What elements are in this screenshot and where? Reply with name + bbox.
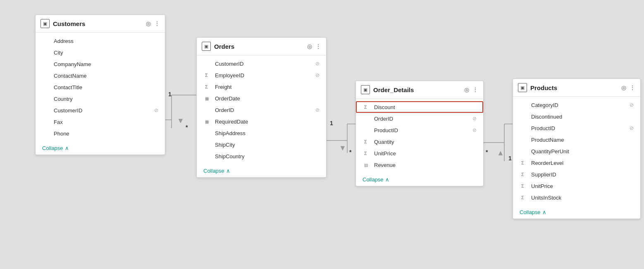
canvas: 1 ▼ * 1 ▼ * * ▲ 1 ▣ Customers ◎ ⋮ Addres…	[0, 0, 644, 269]
order-details-collapse[interactable]: Collapse ∧	[356, 173, 483, 186]
connector-arrow-3: ▲	[497, 149, 504, 157]
field-fax[interactable]: Fax	[36, 116, 165, 128]
customers-eye-icon[interactable]: ◎	[146, 20, 151, 27]
products-header-icons: ◎ ⋮	[621, 84, 635, 91]
customers-body: Address City CompanyName ContactName Con…	[36, 33, 165, 142]
order-details-header: ▣ Order_Details ◎ ⋮	[356, 81, 483, 99]
field-freight[interactable]: Σ Freight	[197, 81, 326, 93]
hide-icon-productid-od[interactable]: ⊘	[472, 127, 477, 133]
hide-icon-customerid[interactable]: ⊘	[154, 107, 158, 113]
table-orders: ▣ Orders ◎ ⋮ CustomerID ⊘ Σ EmployeeID ⊘…	[196, 37, 327, 178]
field-orderid[interactable]: OrderID ⊘	[197, 104, 326, 116]
order-details-body: Σ Discount OrderID ⊘ ProductID ⊘ Σ Quant…	[356, 99, 483, 173]
collapse-chevron-customers: ∧	[65, 145, 69, 151]
customers-title: Customers	[53, 20, 143, 27]
connector-label-star-2: *	[349, 149, 351, 155]
table-order-details: ▣ Order_Details ◎ ⋮ Σ Discount OrderID ⊘…	[355, 81, 484, 186]
order-details-table-icon: ▣	[361, 85, 370, 94]
field-orderid-od[interactable]: OrderID ⊘	[356, 113, 483, 124]
products-title: Products	[530, 84, 618, 91]
field-productid-od[interactable]: ProductID ⊘	[356, 124, 483, 136]
connector-arrow-1: ▼	[177, 117, 184, 125]
field-customerid-cust[interactable]: CustomerID ⊘	[36, 105, 165, 116]
field-shipcountry[interactable]: ShipCountry	[197, 150, 326, 162]
order-details-header-icons: ◎ ⋮	[464, 86, 478, 93]
connector-label-star-1: *	[186, 124, 188, 131]
collapse-chevron-od: ∧	[385, 176, 389, 183]
connector-label-1c: 1	[508, 155, 512, 162]
field-discount[interactable]: Σ Discount	[356, 101, 483, 113]
field-contacttitle[interactable]: ContactTitle	[36, 81, 165, 93]
field-orderdate[interactable]: ▦ OrderDate	[197, 93, 326, 104]
hide-icon-productid-prod[interactable]: ⊘	[630, 125, 634, 131]
field-city[interactable]: City	[36, 47, 165, 58]
field-revenue[interactable]: ▤ Revenue	[356, 159, 483, 171]
hide-icon-orderid-od[interactable]: ⊘	[472, 116, 477, 121]
field-unitprice-prod[interactable]: Σ UnitPrice	[513, 180, 640, 192]
field-employeeid[interactable]: Σ EmployeeID ⊘	[197, 69, 326, 81]
collapse-chevron-orders: ∧	[226, 168, 230, 174]
field-companyname[interactable]: CompanyName	[36, 58, 165, 70]
orders-collapse[interactable]: Collapse ∧	[197, 164, 326, 177]
field-shipaddress[interactable]: ShipAddress	[197, 127, 326, 139]
field-supplierid[interactable]: Σ SupplierID	[513, 169, 640, 180]
products-more-icon[interactable]: ⋮	[630, 84, 635, 91]
collapse-chevron-products: ∧	[542, 209, 546, 215]
orders-title: Orders	[214, 43, 304, 50]
connector-label-1a: 1	[168, 91, 172, 98]
orders-header-icons: ◎ ⋮	[307, 43, 321, 50]
products-eye-icon[interactable]: ◎	[621, 84, 626, 91]
table-customers: ▣ Customers ◎ ⋮ Address City CompanyName	[35, 14, 165, 155]
field-reorderlevel[interactable]: Σ ReorderLevel	[513, 157, 640, 169]
field-productid-prod[interactable]: ProductID ⊘	[513, 122, 640, 134]
field-requireddate[interactable]: ▦ RequiredDate	[197, 116, 326, 127]
products-body: CategoryID ⊘ Discontinued ProductID ⊘ Pr…	[513, 97, 640, 206]
customers-collapse[interactable]: Collapse ∧	[36, 142, 165, 155]
orders-table-icon: ▣	[202, 42, 211, 51]
field-unitprice-od[interactable]: Σ UnitPrice	[356, 148, 483, 159]
field-discontinued[interactable]: Discontinued	[513, 111, 640, 122]
customers-more-icon[interactable]: ⋮	[154, 20, 160, 27]
hide-icon-orderid[interactable]: ⊘	[315, 107, 320, 113]
field-contactname[interactable]: ContactName	[36, 70, 165, 81]
hide-icon-employeeid[interactable]: ⊘	[315, 72, 320, 78]
connector-label-1b: 1	[330, 120, 333, 126]
orders-more-icon[interactable]: ⋮	[315, 43, 321, 50]
field-quantityperunit[interactable]: QuantityPerUnit	[513, 145, 640, 157]
field-productname[interactable]: ProductName	[513, 134, 640, 145]
orders-body: CustomerID ⊘ Σ EmployeeID ⊘ Σ Freight ▦ …	[197, 55, 326, 164]
connector-label-star-3: *	[486, 149, 488, 155]
customers-header: ▣ Customers ◎ ⋮	[36, 15, 165, 33]
hide-icon-categoryid[interactable]: ⊘	[630, 102, 634, 108]
field-quantity[interactable]: Σ Quantity	[356, 136, 483, 148]
products-header: ▣ Products ◎ ⋮	[513, 79, 640, 97]
field-shipcity[interactable]: ShipCity	[197, 139, 326, 150]
orders-eye-icon[interactable]: ◎	[307, 43, 312, 50]
hide-icon-customerid-ord[interactable]: ⊘	[315, 61, 320, 67]
order-details-title: Order_Details	[373, 86, 461, 93]
order-details-eye-icon[interactable]: ◎	[464, 86, 469, 93]
order-details-more-icon[interactable]: ⋮	[472, 86, 478, 93]
products-collapse[interactable]: Collapse ∧	[513, 206, 640, 219]
field-address[interactable]: Address	[36, 35, 165, 47]
products-table-icon: ▣	[518, 83, 527, 92]
customers-header-icons: ◎ ⋮	[146, 20, 160, 27]
field-phone[interactable]: Phone	[36, 128, 165, 139]
field-categoryid[interactable]: CategoryID ⊘	[513, 99, 640, 111]
field-customerid-ord[interactable]: CustomerID ⊘	[197, 58, 326, 69]
customers-table-icon: ▣	[41, 19, 50, 28]
field-country[interactable]: Country	[36, 93, 165, 105]
table-products: ▣ Products ◎ ⋮ CategoryID ⊘ Discontinued…	[513, 79, 641, 219]
orders-header: ▣ Orders ◎ ⋮	[197, 38, 326, 55]
connector-arrow-2: ▼	[339, 144, 346, 152]
field-unitsinstock[interactable]: Σ UnitsInStock	[513, 192, 640, 203]
